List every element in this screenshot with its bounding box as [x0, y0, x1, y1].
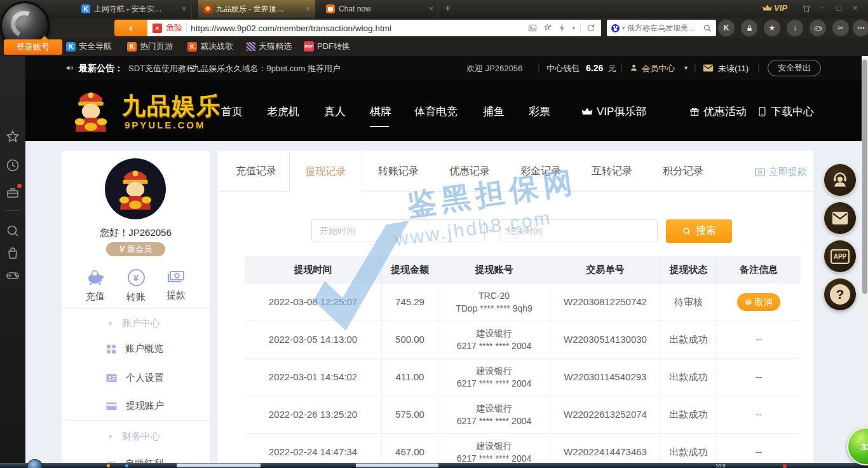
search-icon[interactable] — [5, 223, 20, 238]
tab-promo-records[interactable]: 优惠记录 — [444, 165, 495, 178]
nav-sports[interactable]: 体育电竞 — [414, 104, 458, 119]
briefcase-icon[interactable] — [5, 185, 20, 200]
cell-status-link[interactable]: 出款成功 — [661, 321, 717, 358]
messages-button[interactable] — [824, 202, 856, 234]
bookmark-war-song[interactable]: K 裁决战歌 — [187, 41, 233, 52]
browser-search-box[interactable]: ▾ 俄方称在乌发现美... — [607, 20, 716, 36]
start-date-input[interactable] — [311, 219, 485, 242]
browser-tab-nav[interactable]: K 上网导航 - 安全实用的 × — [76, 0, 192, 18]
tab-points-records[interactable]: 积分记录 — [658, 165, 709, 178]
menu-item-withdraw-accounts[interactable]: 提现账户 — [106, 400, 164, 412]
menu-item-self-bonus[interactable]: 自助红利 — [106, 458, 163, 463]
cell-account: 建设银行6217 **** **** 2004 — [438, 396, 550, 433]
end-date-input[interactable] — [499, 219, 658, 242]
url-field[interactable]: × 危险 https://www.9p02.com/member/transac… — [147, 20, 601, 36]
lightning-icon[interactable] — [558, 24, 567, 32]
page-scrollbar-thumb[interactable] — [862, 60, 867, 294]
unread-count-link[interactable]: 未读(11) — [718, 63, 749, 74]
bookmark-tmall[interactable]: 天猫精选 — [247, 41, 292, 52]
browser-tab-active-9pyule[interactable]: 九品娱乐 - 世界顶级娱 × — [198, 0, 315, 18]
app-phone-icon: APP — [831, 249, 850, 264]
tab-close-icon[interactable]: × — [425, 4, 433, 13]
customer-service-button[interactable] — [824, 164, 856, 196]
menu-section-finance[interactable]: ▼ 财务中心 — [107, 430, 160, 443]
clip-scissors-button[interactable]: ✂ — [832, 20, 849, 36]
search-suggestion-text[interactable]: 俄方称在乌发现美... — [627, 23, 700, 34]
nav-download-center[interactable]: 下载中心 — [757, 104, 814, 119]
announce-item[interactable]: SDT充值使用教程 — [128, 63, 194, 74]
new-tab-icon[interactable]: + — [445, 3, 451, 14]
nav-promotions[interactable]: 优惠活动 — [689, 104, 747, 119]
window-restore-button[interactable]: □ — [836, 3, 841, 13]
member-center-link[interactable]: 会员中心 — [642, 63, 675, 74]
nav-chess[interactable]: 棋牌 — [370, 104, 391, 119]
browser-back-button[interactable]: ‹ — [114, 20, 147, 36]
tab-withdraw-records-active[interactable]: 提现记录 — [289, 151, 362, 193]
tab-close-icon[interactable]: × — [302, 4, 310, 13]
snapshot-image-icon[interactable] — [527, 23, 538, 33]
menu-item-account-overview[interactable]: 账户概览 — [106, 343, 163, 355]
page-scrollbar-track[interactable] — [862, 56, 868, 463]
search-engine-dropdown-icon[interactable]: ▾ — [622, 25, 625, 31]
history-clock-icon[interactable] — [5, 158, 20, 173]
games-button[interactable] — [810, 20, 826, 36]
bookmark-hot-games[interactable]: K 热门页游 — [127, 41, 173, 52]
tab-deposit-records[interactable]: 充值记录 — [231, 165, 281, 178]
favorites-star-button[interactable]: ★ — [764, 20, 780, 36]
favorites-star-icon[interactable] — [5, 129, 20, 144]
quick-withdraw[interactable]: 提款 — [156, 269, 196, 301]
withdraw-now-link[interactable]: 立即提款 — [755, 166, 807, 178]
taskbar-window-button[interactable] — [356, 464, 438, 467]
mail-icon[interactable] — [703, 64, 714, 72]
gamepad-icon[interactable] — [5, 268, 20, 283]
nav-vip-club[interactable]: VIP俱乐部 — [581, 104, 646, 119]
nav-lottery[interactable]: 彩票 — [529, 104, 550, 119]
menu-section-account[interactable]: ▼ 账户中心 — [107, 317, 160, 329]
search-button[interactable]: 搜索 — [666, 219, 732, 243]
account-line1: 建设银行 — [477, 364, 512, 377]
window-minimize-button[interactable]: − — [820, 3, 825, 13]
add-favorite-star-icon[interactable] — [543, 23, 553, 33]
app-download-button[interactable]: APP — [824, 240, 856, 272]
menu-item-personal-settings[interactable]: 个人设置 — [106, 372, 164, 384]
taskbar-app-dot[interactable] — [107, 464, 110, 467]
browser-tab-chat[interactable]: Chat now × — [321, 0, 439, 18]
nav-fishing[interactable]: 捕鱼 — [483, 104, 505, 119]
login-account-tooltip[interactable]: 登录账号 — [4, 39, 62, 55]
tab-mutual-records[interactable]: 互转记录 — [587, 165, 637, 178]
taskbar-app-dot[interactable] — [125, 464, 128, 467]
skin-shirt-icon[interactable] — [802, 4, 811, 13]
more-menu-button[interactable]: ⋯ — [853, 20, 868, 36]
member-dropdown-icon[interactable]: ▼ — [683, 65, 689, 71]
bookmark-pdf[interactable]: PDF PDF转换 — [304, 41, 350, 52]
nav-live[interactable]: 真人 — [324, 104, 346, 119]
cancel-withdraw-button[interactable]: ⊗ 取消 — [737, 293, 780, 311]
browser-vip-button[interactable]: VIP — [763, 3, 787, 13]
avatar[interactable] — [105, 158, 166, 219]
tab-close-icon[interactable]: × — [178, 4, 186, 13]
cell-status-link[interactable]: 出款成功 — [661, 434, 717, 463]
refresh-icon[interactable] — [586, 23, 596, 33]
k-extension-button[interactable]: K — [718, 20, 735, 36]
site-logo-title[interactable]: 九品娱乐 — [122, 90, 221, 122]
download-button[interactable]: ↓ — [787, 20, 803, 36]
help-button[interactable]: ? — [824, 279, 856, 310]
nav-slots[interactable]: 老虎机 — [267, 104, 299, 119]
quick-transfer[interactable]: ¥ 转账 — [116, 269, 156, 303]
tab-transfer-records[interactable]: 转账记录 — [373, 165, 424, 178]
lightning-dropdown-icon[interactable]: ▾ — [572, 25, 575, 31]
window-close-button[interactable]: × — [853, 3, 858, 13]
logout-button[interactable]: 安全登出 — [768, 60, 821, 76]
cell-status-link[interactable]: 出款成功 — [661, 396, 717, 433]
lock-security-button[interactable] — [741, 20, 757, 36]
shopping-bag-icon[interactable] — [5, 245, 20, 261]
search-icon[interactable] — [703, 24, 712, 32]
announce-item[interactable]: •九品娱乐永久域名：9pbet.com 推荐用户 — [189, 63, 341, 74]
tab-bonus-records[interactable]: 彩金记录 — [515, 165, 566, 178]
bookmark-safe-nav[interactable]: K 安全导航 — [66, 41, 112, 52]
site-logo-mascot[interactable] — [70, 88, 112, 134]
quick-deposit[interactable]: 充值 — [75, 269, 116, 303]
taskbar-window-button[interactable] — [177, 464, 261, 467]
nav-home[interactable]: 首页 — [221, 104, 243, 119]
cell-status-link[interactable]: 出款成功 — [661, 359, 717, 396]
